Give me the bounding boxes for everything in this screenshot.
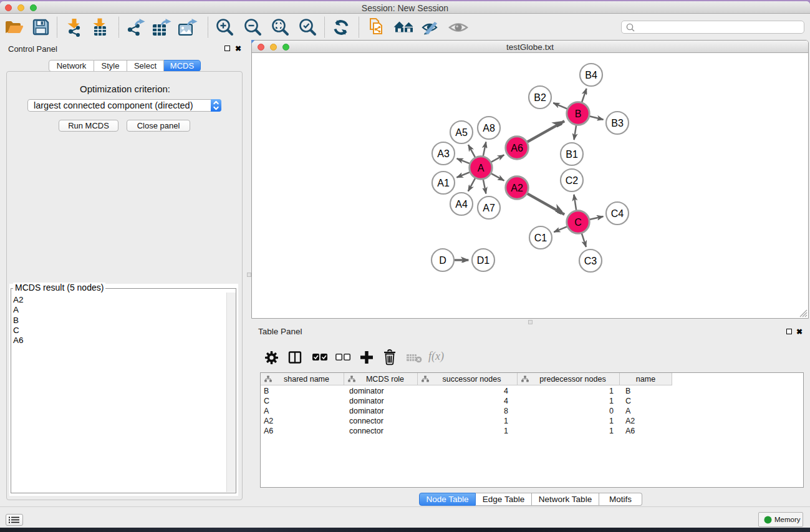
- svg-text:C2: C2: [566, 175, 579, 186]
- svg-text:C4: C4: [611, 208, 624, 219]
- svg-text:A5: A5: [455, 127, 468, 138]
- svg-text:A1: A1: [437, 178, 450, 188]
- svg-text:A7: A7: [483, 203, 495, 213]
- svg-text:B: B: [575, 109, 582, 119]
- svg-text:C3: C3: [584, 256, 597, 266]
- svg-text:A: A: [478, 163, 485, 173]
- svg-text:B4: B4: [585, 70, 597, 80]
- svg-text:A8: A8: [483, 123, 495, 133]
- svg-text:A6: A6: [511, 143, 523, 153]
- svg-text:B3: B3: [611, 118, 624, 128]
- svg-text:A3: A3: [437, 148, 450, 159]
- svg-text:B2: B2: [534, 92, 546, 103]
- svg-text:D: D: [439, 255, 446, 266]
- svg-text:B1: B1: [566, 149, 578, 160]
- svg-text:A4: A4: [455, 199, 468, 210]
- svg-text:C1: C1: [534, 233, 547, 243]
- svg-text:A2: A2: [511, 183, 523, 193]
- svg-text:D1: D1: [477, 255, 490, 266]
- svg-text:C: C: [574, 217, 582, 228]
